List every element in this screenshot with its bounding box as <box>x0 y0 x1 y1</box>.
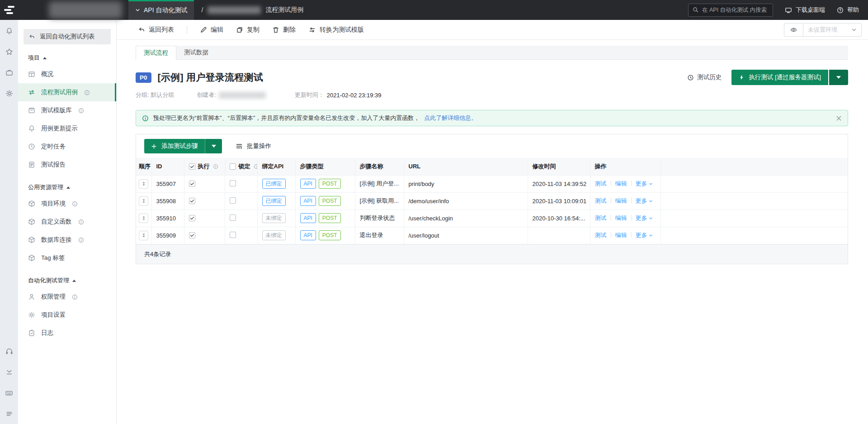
copy-button[interactable]: 复制 <box>236 26 259 34</box>
edit-link[interactable]: 编辑 <box>615 180 627 187</box>
batch-operations-button[interactable]: 批量操作 <box>236 142 271 150</box>
sidebar-item-case-update-notice[interactable]: 用例更新提示 <box>18 119 116 138</box>
drag-handle[interactable] <box>139 231 148 240</box>
edit-link[interactable]: 编辑 <box>615 214 627 221</box>
environment-select[interactable]: 未设置环境 <box>803 24 861 36</box>
delete-button[interactable]: 删除 <box>272 26 296 34</box>
lock-checkbox[interactable] <box>230 232 236 238</box>
support-headphones-icon[interactable] <box>5 348 13 355</box>
report-document-icon <box>28 161 35 168</box>
exec-checkbox[interactable] <box>189 198 195 204</box>
col-modified-time: 修改时间 <box>528 158 590 175</box>
exec-checkbox[interactable] <box>189 181 195 187</box>
breadcrumb: / 流程测试用例 <box>201 6 303 14</box>
test-link[interactable]: 测试 <box>595 180 607 187</box>
test-link[interactable]: 测试 <box>595 214 607 221</box>
workspace-briefcase-icon[interactable] <box>5 69 13 76</box>
add-step-dropdown-button[interactable] <box>205 139 222 153</box>
section-title-automation-management[interactable]: 自动化测试管理 <box>18 272 116 288</box>
lock-checkbox[interactable] <box>230 197 236 204</box>
sidebar-item-overview[interactable]: 概况 <box>18 65 116 83</box>
sidebar-item-scheduled-tasks[interactable]: 定时任务 <box>18 138 116 156</box>
sidebar-item-database-connections[interactable]: 数据库连接 <box>18 231 116 249</box>
back-to-list-button[interactable]: 返回列表 <box>138 26 174 34</box>
close-icon[interactable] <box>836 115 842 121</box>
exec-checkbox[interactable] <box>189 232 195 238</box>
top-bar: API 自动化测试 / 流程测试用例 在 API 自动化测试 内搜索 下载桌面端… <box>0 0 868 20</box>
lock-checkbox[interactable] <box>230 214 236 221</box>
breadcrumb-project-redacted[interactable] <box>208 6 261 14</box>
sidebar-item-custom-functions[interactable]: 自定义函数 <box>18 213 116 231</box>
clipboard-check-icon <box>28 329 35 337</box>
edit-link[interactable]: 编辑 <box>615 232 627 238</box>
info-icon <box>72 294 78 300</box>
module-menu-api-automation[interactable]: API 自动化测试 <box>128 0 194 20</box>
edit-link[interactable]: 编辑 <box>615 197 627 204</box>
alert-detail-link[interactable]: 点此了解详细信息。 <box>424 114 477 122</box>
sidebar-item-test-reports[interactable]: 测试报告 <box>18 156 116 174</box>
add-step-split-button: 添加测试步骤 <box>144 139 222 153</box>
bind-status-badge: 未绑定 <box>262 230 286 240</box>
icon-rail <box>0 20 18 424</box>
tab-test-data[interactable]: 测试数据 <box>176 46 216 59</box>
question-circle-icon <box>837 7 844 14</box>
drag-handle[interactable] <box>139 196 148 206</box>
section-title-shared-resources[interactable]: 公用资源管理 <box>18 179 116 195</box>
steps-card: 添加测试步骤 批量操作 <box>136 134 848 264</box>
step-type-badge: API <box>300 179 316 189</box>
sidebar-item-flow-test-cases[interactable]: 流程测试用例 <box>18 83 116 101</box>
back-to-automation-list[interactable]: 返回自动化测试列表 <box>24 29 111 44</box>
section-title-project[interactable]: 项目 <box>18 50 116 65</box>
sidebar-item-tags[interactable]: Tag 标签 <box>18 249 116 267</box>
sidebar-item-logs[interactable]: 日志 <box>18 324 116 342</box>
sidebar-item-permissions[interactable]: 权限管理 <box>18 288 116 306</box>
run-test-button[interactable]: 执行测试 [通过服务器测试] <box>731 70 828 85</box>
meta-creator: 创建者: <box>197 91 266 99</box>
clock-icon <box>28 143 35 150</box>
favorites-star-icon[interactable] <box>5 48 13 56</box>
more-link[interactable]: 更多 <box>636 180 653 188</box>
person-icon <box>28 293 35 300</box>
lock-all-checkbox[interactable] <box>230 163 236 170</box>
workspace-name-redacted[interactable] <box>49 1 122 19</box>
help-button[interactable]: 帮助 <box>837 6 859 14</box>
drag-handle[interactable] <box>139 214 148 223</box>
edit-button[interactable]: 编辑 <box>200 26 223 34</box>
more-link[interactable]: 更多 <box>636 231 653 239</box>
settings-gear-icon[interactable] <box>5 90 13 97</box>
test-link[interactable]: 测试 <box>595 232 607 238</box>
convert-to-template-button[interactable]: 转换为测试模版 <box>308 26 364 34</box>
drag-handle[interactable] <box>139 179 148 189</box>
table-header-row: 顺序 ID 执行 <box>136 158 848 175</box>
sidebar-item-project-environment[interactable]: 项目环境 <box>18 195 116 213</box>
lock-checkbox[interactable] <box>230 180 236 186</box>
exec-checkbox[interactable] <box>189 215 195 221</box>
meta-updated-value: 2021-02-02 23:19:39 <box>327 92 382 99</box>
pencil-icon <box>200 26 207 33</box>
step-url: /user/checkLogin <box>404 210 528 227</box>
info-alert: 预处理已更名为“前置脚本”、“后置脚本”，并且原有的内置变量命名已发生改变，加入… <box>136 110 848 126</box>
add-step-button[interactable]: 添加测试步骤 <box>144 139 205 153</box>
exec-all-checkbox[interactable] <box>189 163 195 170</box>
module-menu-label: API 自动化测试 <box>144 6 187 14</box>
more-link[interactable]: 更多 <box>636 214 653 222</box>
test-link[interactable]: 测试 <box>595 197 607 204</box>
environment-preview-button[interactable] <box>784 24 803 36</box>
chevron-down-icon <box>649 216 653 220</box>
app-logo[interactable] <box>0 0 20 20</box>
caret-down-icon <box>836 76 841 79</box>
tab-test-flow[interactable]: 测试流程 <box>136 46 176 60</box>
collapse-download-icon[interactable] <box>5 368 13 376</box>
notifications-bell-icon[interactable] <box>5 27 13 35</box>
monitor-icon <box>785 7 792 14</box>
sidebar-item-template-library[interactable]: 测试模版库 <box>18 101 116 119</box>
global-search-input[interactable]: 在 API 自动化测试 内搜索 <box>688 4 773 17</box>
method-badge: POST <box>319 213 341 223</box>
more-link[interactable]: 更多 <box>636 197 653 205</box>
menu-lines-icon[interactable] <box>5 410 13 418</box>
sidebar-item-project-settings[interactable]: 项目设置 <box>18 306 116 324</box>
test-history-button[interactable]: 测试历史 <box>687 73 722 81</box>
run-test-dropdown-button[interactable] <box>829 70 848 85</box>
keyboard-icon[interactable] <box>5 389 13 397</box>
download-desktop-button[interactable]: 下载桌面端 <box>785 6 825 14</box>
